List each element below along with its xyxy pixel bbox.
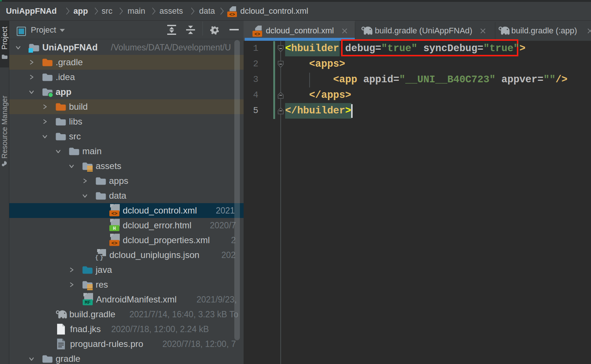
svg-text:{ }: { }: [96, 255, 103, 261]
svg-text:<>: <>: [229, 12, 235, 17]
svg-text:MF: MF: [85, 300, 90, 305]
svg-text:<>: <>: [111, 211, 117, 216]
svg-text:<>: <>: [111, 241, 117, 246]
svg-text:H: H: [113, 226, 116, 231]
svg-text:<>: <>: [254, 32, 260, 37]
